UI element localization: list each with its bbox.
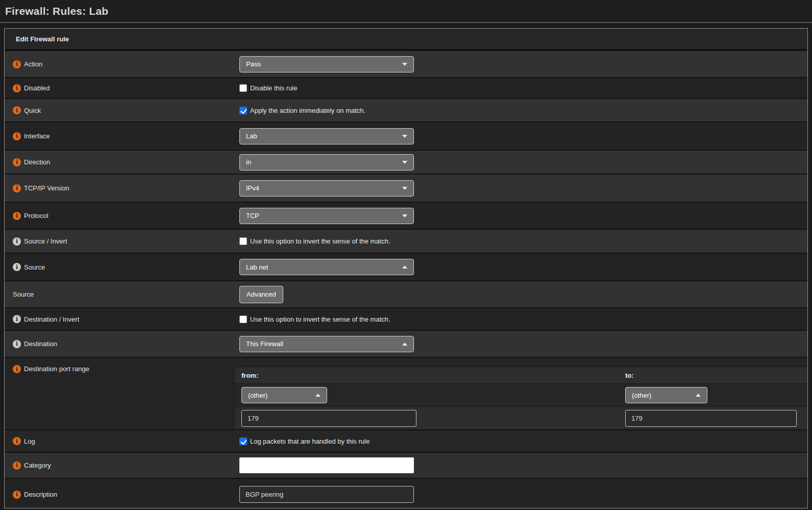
source-advanced-label: Source (13, 290, 34, 298)
chevron-down-icon (402, 161, 407, 164)
log-checkbox-label[interactable]: Log packets that are handled by this rul… (250, 438, 370, 445)
destination-invert-label: Destination / Invert (24, 315, 79, 323)
page-header: Firewall: Rules: Lab (0, 0, 812, 23)
source-label-cell: i Source (5, 254, 235, 280)
info-icon[interactable]: i (13, 315, 21, 323)
source-advanced-label-cell: Source (5, 281, 235, 307)
port-range-header-band: from: to: (235, 367, 807, 383)
row-destination-port-range: i Destination port range from: to: (othe… (5, 357, 807, 429)
action-select[interactable]: Pass (239, 56, 414, 72)
tcpip-version-label-cell: i TCP/IP Version (5, 175, 235, 202)
row-source: i Source Lab net (5, 253, 807, 280)
protocol-label-cell: i Protocol (5, 203, 235, 229)
destination-invert-label-cell: i Destination / Invert (5, 308, 235, 330)
row-description: i Description (5, 478, 807, 508)
direction-select[interactable]: in (239, 154, 414, 171)
destination-invert-checkbox[interactable] (239, 315, 247, 323)
row-destination-invert: i Destination / Invert Use this option t… (5, 307, 807, 330)
tcpip-version-select-value: IPv4 (246, 184, 259, 192)
description-input[interactable] (239, 486, 414, 503)
category-input[interactable] (239, 457, 414, 473)
info-icon[interactable]: i (13, 60, 21, 68)
port-to-select-value: (other) (632, 392, 651, 399)
protocol-label: Protocol (24, 212, 48, 220)
interface-label-cell: i Interface (5, 123, 235, 150)
row-tcpip-version: i TCP/IP Version IPv4 (5, 174, 807, 202)
disabled-checkbox-label[interactable]: Disable this rule (250, 84, 298, 92)
info-icon[interactable]: i (13, 132, 21, 140)
info-icon[interactable]: i (13, 184, 21, 192)
log-checkbox[interactable] (239, 438, 247, 445)
info-icon[interactable]: i (13, 212, 21, 220)
chevron-down-icon (402, 135, 407, 138)
info-icon[interactable]: i (13, 462, 21, 470)
log-label: Log (24, 438, 35, 445)
destination-select-value: This Firewall (246, 340, 283, 348)
tcpip-version-label: TCP/IP Version (24, 184, 69, 192)
row-destination: i Destination This Firewall (5, 330, 807, 357)
source-advanced-button[interactable]: Advanced (239, 286, 283, 303)
action-label-cell: i Action (5, 51, 235, 77)
row-protocol: i Protocol TCP (5, 202, 807, 229)
row-log: i Log Log packets that are handled by th… (5, 429, 807, 452)
port-from-input[interactable] (241, 410, 416, 427)
protocol-select-value: TCP (246, 212, 259, 220)
port-from-header: from: (241, 372, 258, 379)
info-icon[interactable]: i (13, 365, 21, 373)
destination-label-cell: i Destination (5, 331, 235, 357)
port-from-select[interactable]: (other) (241, 387, 327, 403)
row-direction: i Direction in (5, 150, 807, 174)
info-icon[interactable]: i (13, 491, 21, 499)
quick-label-cell: i Quick (5, 99, 235, 122)
info-icon[interactable]: i (13, 340, 21, 348)
source-invert-checkbox[interactable] (239, 237, 247, 245)
source-invert-label-cell: i Source / Invert (5, 230, 235, 253)
source-label: Source (24, 263, 45, 271)
port-to-select[interactable]: (other) (625, 387, 707, 403)
port-to-input[interactable] (625, 410, 797, 427)
row-quick: i Quick Apply the action immediately on … (5, 98, 807, 122)
info-icon[interactable]: i (13, 106, 21, 114)
description-label-cell: i Description (5, 479, 235, 508)
direction-label-cell: i Direction (5, 151, 235, 174)
protocol-select[interactable]: TCP (239, 208, 414, 224)
info-icon[interactable]: i (13, 437, 21, 445)
info-icon[interactable]: i (13, 237, 21, 246)
destination-label: Destination (24, 340, 57, 348)
panel-heading: Edit Firewall rule (5, 29, 807, 50)
log-label-cell: i Log (5, 430, 235, 452)
page-title: Firewall: Rules: Lab (5, 5, 108, 17)
port-to-header: to: (625, 372, 634, 379)
disabled-label: Disabled (24, 84, 50, 92)
interface-select[interactable]: Lab (239, 128, 414, 144)
chevron-up-icon (696, 394, 701, 397)
port-range-area: from: to: (other) (other) (235, 358, 807, 429)
info-icon[interactable]: i (13, 84, 21, 92)
info-icon[interactable]: i (13, 263, 21, 271)
destination-port-range-label-cell: i Destination port range (5, 358, 235, 429)
action-select-value: Pass (246, 60, 261, 68)
chevron-up-icon (402, 265, 407, 269)
chevron-up-icon (315, 394, 321, 397)
source-invert-label: Source / Invert (24, 237, 67, 245)
interface-select-value: Lab (246, 132, 257, 140)
interface-label: Interface (24, 132, 50, 140)
row-source-invert: i Source / Invert Use this option to inv… (5, 229, 807, 253)
category-label-cell: i Category (5, 453, 235, 478)
quick-checkbox[interactable] (239, 107, 247, 114)
description-label: Description (24, 491, 57, 498)
port-from-select-value: (other) (248, 392, 267, 399)
category-label: Category (24, 462, 51, 469)
tcpip-version-select[interactable]: IPv4 (239, 180, 414, 197)
source-invert-checkbox-label[interactable]: Use this option to invert the sense of t… (250, 237, 390, 245)
chevron-up-icon (402, 343, 407, 346)
direction-select-value: in (246, 158, 251, 166)
destination-invert-checkbox-label[interactable]: Use this option to invert the sense of t… (250, 315, 390, 323)
destination-select[interactable]: This Firewall (239, 336, 414, 352)
disabled-checkbox[interactable] (239, 84, 247, 92)
action-label: Action (24, 60, 42, 68)
row-action: i Action Pass (5, 50, 807, 77)
quick-checkbox-label[interactable]: Apply the action immediately on match. (250, 107, 365, 114)
info-icon[interactable]: i (13, 158, 21, 166)
source-select[interactable]: Lab net (239, 259, 414, 275)
